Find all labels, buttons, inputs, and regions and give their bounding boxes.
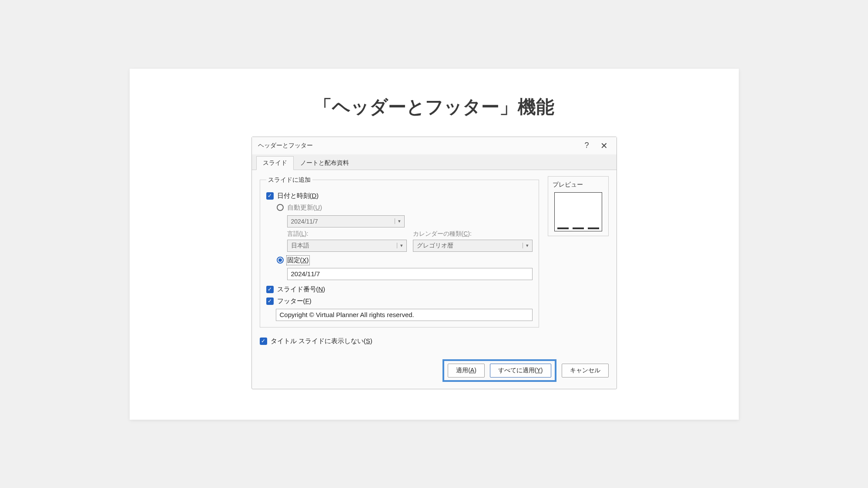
language-value: 日本語 [288, 242, 397, 250]
auto-update-radio[interactable]: 自動更新(U) [277, 204, 533, 212]
slide-title: 「ヘッダーとフッター」機能 [147, 95, 721, 119]
slide-number-label: スライド番号(N) [277, 285, 325, 294]
apply-all-button[interactable]: すべてに適用(Y) [490, 364, 551, 378]
date-time-label: 日付と時刻(D) [277, 192, 319, 200]
preview-footer-left-marker [557, 227, 569, 229]
preview-thumbnail [554, 192, 602, 231]
radio-icon [277, 257, 284, 264]
checkbox-icon: ✓ [260, 338, 267, 345]
footer-text-input[interactable] [276, 309, 533, 321]
checkbox-icon: ✓ [266, 192, 274, 200]
tab-slide[interactable]: スライド [256, 156, 294, 170]
footer-checkbox[interactable]: ✓ フッター(F) [266, 297, 533, 305]
add-to-slide-legend: スライドに追加 [266, 176, 312, 184]
hide-on-title-checkbox[interactable]: ✓ タイトル スライドに表示しない(S) [260, 337, 609, 345]
calendar-value: グレゴリオ暦 [413, 242, 523, 250]
preview-group: プレビュー [548, 176, 609, 236]
add-to-slide-group: スライドに追加 ✓ 日付と時刻(D) 自動更新(U) [260, 176, 539, 328]
slide-number-checkbox[interactable]: ✓ スライド番号(N) [266, 285, 533, 294]
slide-card: 「ヘッダーとフッター」機能 ヘッダーとフッター ? ✕ スライド ノートと配布資… [130, 69, 739, 420]
calendar-combo: グレゴリオ暦 ▾ [413, 240, 533, 252]
preview-footer-right-marker [588, 227, 599, 229]
footer-label: フッター(F) [277, 297, 312, 305]
fixed-label: 固定(X) [287, 256, 309, 264]
help-icon[interactable]: ? [584, 141, 589, 150]
header-footer-dialog: ヘッダーとフッター ? ✕ スライド ノートと配布資料 スライドに追加 ✓ 日付… [251, 137, 617, 389]
dialog-title-text: ヘッダーとフッター [258, 142, 585, 150]
tab-bar: スライド ノートと配布資料 [252, 154, 617, 170]
fixed-radio[interactable]: 固定(X) [277, 256, 533, 264]
hide-on-title-label: タイトル スライドに表示しない(S) [271, 337, 372, 345]
tab-notes-handouts[interactable]: ノートと配布資料 [294, 156, 355, 170]
apply-button[interactable]: 適用(A) [448, 364, 485, 378]
preview-footer-center-marker [573, 227, 584, 229]
radio-icon [277, 204, 284, 211]
date-time-checkbox-row[interactable]: ✓ 日付と時刻(D) [266, 192, 533, 200]
close-icon[interactable]: ✕ [598, 140, 610, 151]
apply-buttons-highlight: 適用(A) すべてに適用(Y) [442, 359, 556, 382]
auto-update-label: 自動更新(U) [287, 204, 322, 212]
checkbox-icon: ✓ [266, 286, 274, 293]
cancel-button[interactable]: キャンセル [562, 364, 609, 378]
date-format-combo: 2024/11/7 ▾ [287, 215, 405, 227]
date-format-value: 2024/11/7 [288, 218, 395, 225]
fixed-date-input[interactable] [287, 268, 533, 280]
calendar-label: カレンダーの種類(C): [413, 230, 533, 238]
dialog-titlebar: ヘッダーとフッター ? ✕ [252, 137, 617, 154]
dialog-button-row: 適用(A) すべてに適用(Y) キャンセル [252, 355, 617, 389]
chevron-down-icon: ▾ [523, 243, 532, 248]
checkbox-icon: ✓ [266, 297, 274, 305]
preview-legend: プレビュー [553, 181, 604, 189]
language-combo: 日本語 ▾ [287, 240, 407, 252]
chevron-down-icon: ▾ [395, 218, 404, 224]
chevron-down-icon: ▾ [397, 243, 406, 248]
language-label: 言語(L): [287, 230, 407, 238]
